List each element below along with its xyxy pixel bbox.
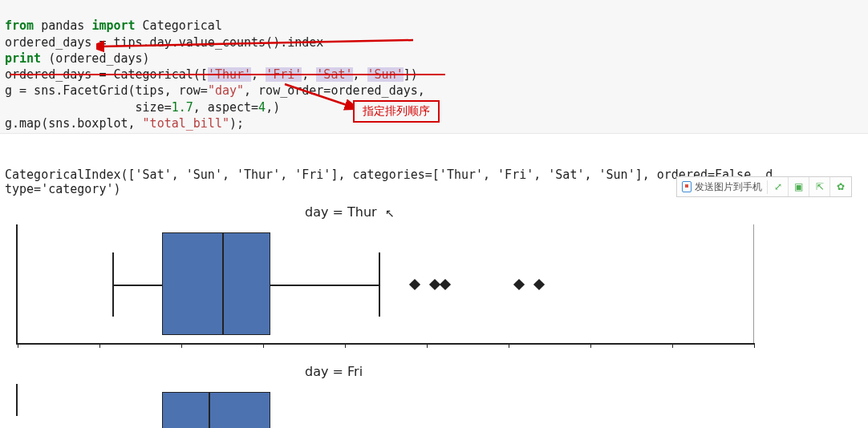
output-line-2: type='category') xyxy=(5,182,121,196)
whisker-low xyxy=(112,285,162,286)
output-line-1: CategoricalIndex(['Sat', 'Sun', 'Thur', … xyxy=(5,168,773,182)
median xyxy=(209,392,210,428)
boxplot-thur: day = Thur xyxy=(16,204,868,345)
save-button[interactable]: ▣ xyxy=(789,177,809,196)
code-line-3: print (ordered_days) xyxy=(5,51,150,66)
outlier xyxy=(440,279,451,290)
image-toolbar: 发送图片到手机 ⤢ ▣ ⇱ ✿ xyxy=(676,176,852,197)
phone-icon xyxy=(682,181,692,192)
outlier xyxy=(513,279,525,290)
send-to-phone-button[interactable]: 发送图片到手机 xyxy=(677,180,768,194)
boxplot-thur-axes xyxy=(16,224,754,345)
share-button[interactable]: ⇱ xyxy=(809,177,830,196)
expand-button[interactable]: ⤢ xyxy=(768,177,789,196)
boxplot-fri-axes xyxy=(16,384,754,416)
box xyxy=(162,232,270,335)
save-icon: ▣ xyxy=(794,181,803,192)
annotation-label: 指定排列顺序 xyxy=(353,100,440,123)
code-line-5: g = sns.FacetGrid(tips, row="day", row_o… xyxy=(5,83,425,98)
boxplot-fri: day = Fri xyxy=(16,364,868,416)
outlier xyxy=(533,279,545,290)
code-line-7: g.map(sns.boxplot, "total_bill"); xyxy=(5,116,244,131)
share-icon: ⇱ xyxy=(816,181,824,192)
expand-icon: ⤢ xyxy=(774,181,782,192)
code-line-4: ordered_days = Categorical(['Thur', 'Fri… xyxy=(5,67,418,82)
box xyxy=(162,392,270,428)
gear-icon: ✿ xyxy=(837,181,845,192)
whisker-high xyxy=(270,285,379,286)
settings-button[interactable]: ✿ xyxy=(830,177,851,196)
boxplot-thur-title: day = Thur xyxy=(16,204,868,220)
send-to-phone-label: 发送图片到手机 xyxy=(695,180,762,194)
boxplot-fri-title: day = Fri xyxy=(16,364,868,379)
outlier xyxy=(409,279,420,290)
code-line-1: from pandas import Categorical xyxy=(5,18,222,33)
median xyxy=(222,232,224,335)
whisker-high-cap xyxy=(379,252,380,317)
mouse-cursor-icon: ↖ xyxy=(385,207,395,220)
code-line-6: size=1.7, aspect=4,) xyxy=(5,100,280,115)
code-line-2: ordered_days = tips.day.value_counts().i… xyxy=(5,35,323,50)
